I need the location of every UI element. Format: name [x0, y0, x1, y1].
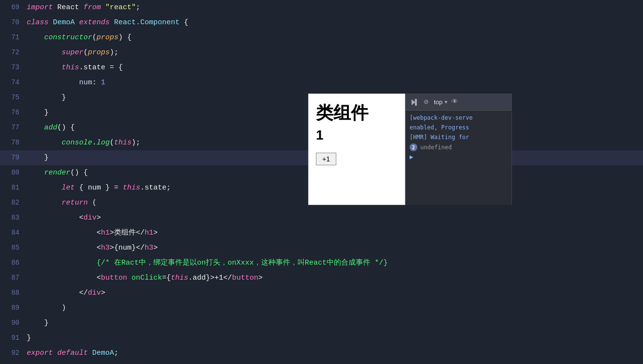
- line-content: <h1>类组件</h1>: [27, 226, 643, 240]
- line-number: 82: [0, 195, 27, 210]
- line-number: 70: [0, 15, 27, 30]
- code-line: 88 </div>: [0, 285, 643, 301]
- devtools-log-line-1: [webpack-dev-serve: [410, 113, 508, 122]
- line-number: 86: [0, 255, 27, 270]
- devtools-count-badge: 2: [410, 143, 417, 151]
- svg-marker-0: [412, 99, 415, 105]
- line-content: <button onClick={this.add}>+1</button>: [27, 271, 643, 285]
- line-number: 76: [0, 105, 27, 120]
- line-number: 75: [0, 90, 27, 105]
- line-number: 73: [0, 60, 27, 75]
- line-number: 78: [0, 135, 27, 150]
- line-content: <div>: [27, 211, 643, 225]
- code-line: 73 this.state = {: [0, 60, 643, 75]
- line-number: 81: [0, 180, 27, 195]
- line-number: 80: [0, 165, 27, 180]
- chevron-down-icon: ▼: [444, 99, 448, 105]
- code-line: 83 <div>: [0, 210, 643, 225]
- code-line: 84 <h1>类组件</h1>: [0, 225, 643, 240]
- line-number: 72: [0, 45, 27, 60]
- line-content: export default DemoA;: [27, 346, 643, 361]
- devtools-content: [webpack-dev-serve enabled, Progress [HM…: [406, 111, 511, 205]
- preview-overlay: 类组件 1 +1 ⊘ top ▼: [308, 94, 512, 205]
- preview-num: 1: [316, 127, 397, 143]
- line-content: </div>: [27, 286, 643, 301]
- line-number: 83: [0, 210, 27, 225]
- devtools-panel: ⊘ top ▼ 👁 [webpack-dev-serve enabled, Pr…: [405, 94, 512, 205]
- preview-title: 类组件: [316, 101, 397, 125]
- editor-container: 69import React from "react";70class Demo…: [0, 0, 643, 364]
- line-number: 91: [0, 331, 27, 345]
- code-line: 85 <h3>{num}</h3>: [0, 240, 643, 255]
- line-number: 85: [0, 240, 27, 255]
- line-content: super(props);: [27, 46, 643, 60]
- code-line: 93: [0, 361, 643, 364]
- line-content: }: [27, 331, 643, 346]
- line-content: this.state = {: [27, 61, 643, 75]
- code-line: 71 constructor(props) {: [0, 30, 643, 45]
- line-number: 74: [0, 75, 27, 90]
- devtools-step-icon[interactable]: [409, 97, 418, 107]
- code-line: 92export default DemoA;: [0, 346, 643, 361]
- devtools-context-dropdown[interactable]: top ▼: [434, 98, 448, 106]
- devtools-context-label: top: [434, 98, 443, 106]
- devtools-eye-icon[interactable]: 👁: [451, 98, 460, 107]
- code-line: 70class DemoA extends React.Component {: [0, 15, 643, 30]
- svg-rect-1: [415, 99, 416, 105]
- line-number: 84: [0, 225, 27, 240]
- devtools-undefined-line: 2 undefined: [410, 143, 508, 151]
- line-number: 90: [0, 316, 27, 330]
- devtools-log-line-2: enabled, Progress: [410, 123, 508, 132]
- code-line: 91}: [0, 331, 643, 346]
- line-content: ): [27, 301, 643, 316]
- preview-button[interactable]: +1: [316, 153, 336, 165]
- line-number: 92: [0, 346, 27, 360]
- code-line: 87 <button onClick={this.add}>+1</button…: [0, 270, 643, 285]
- code-line: 69import React from "react";: [0, 0, 643, 15]
- devtools-expand-arrow[interactable]: ▶: [410, 153, 508, 160]
- line-number: 71: [0, 30, 27, 45]
- code-line: 74 num: 1: [0, 75, 643, 90]
- devtools-undefined-text: undefined: [420, 144, 452, 151]
- line-content: <h3>{num}</h3>: [27, 241, 643, 255]
- line-content: {/* 在Ract中，绑定事件是以on打头，onXxxx，这种事件，叫React…: [27, 256, 643, 270]
- line-content: class DemoA extends React.Component {: [27, 16, 643, 30]
- line-number: 87: [0, 270, 27, 285]
- code-line: 90 }: [0, 316, 643, 331]
- devtools-clear-icon[interactable]: ⊘: [421, 97, 431, 107]
- app-preview: 类组件 1 +1: [308, 94, 405, 205]
- line-content: import React from "react";: [27, 0, 643, 15]
- code-line: 86 {/* 在Ract中，绑定事件是以on打头，onXxxx，这种事件，叫Re…: [0, 255, 643, 270]
- code-line: 89 ): [0, 301, 643, 316]
- line-content: num: 1: [27, 76, 643, 90]
- line-content: constructor(props) {: [27, 31, 643, 45]
- line-number: 89: [0, 301, 27, 315]
- devtools-toolbar: ⊘ top ▼ 👁: [406, 94, 511, 111]
- line-content: }: [27, 316, 643, 331]
- line-number: 79: [0, 150, 27, 165]
- line-number: 93: [0, 361, 27, 364]
- code-line: 72 super(props);: [0, 45, 643, 60]
- devtools-log-line-3: [HMR] Waiting for: [410, 133, 508, 142]
- line-number: 77: [0, 120, 27, 135]
- line-number: 69: [0, 0, 27, 15]
- line-number: 88: [0, 285, 27, 300]
